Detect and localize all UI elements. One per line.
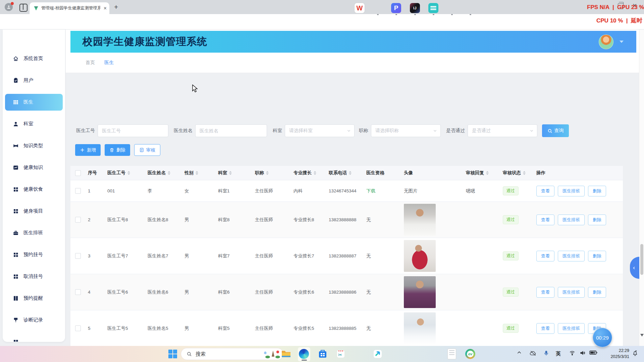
cell-select[interactable] [70,217,85,223]
audit-button[interactable]: 审核 [134,144,160,156]
action-view-button[interactable]: 查看 [536,287,554,298]
add-button[interactable]: 新增 [75,144,101,156]
pass-status-select[interactable]: 是否通过 [468,124,537,137]
breadcrumb-home[interactable]: 首页 [86,60,95,66]
col-specialty[interactable]: 专业擅长 [291,170,326,176]
action-delete-button[interactable]: 删除 [588,287,606,298]
sort-carets[interactable] [349,171,352,175]
sort-carets[interactable] [127,171,130,175]
ev-capture-icon[interactable]: ev [465,349,475,359]
sidebar-item-health-knowledge[interactable]: 健康知识 [3,157,65,178]
action-delete-button[interactable]: 删除 [588,215,606,225]
doctor-photo[interactable] [404,312,436,344]
doctor-name-input[interactable] [195,124,267,137]
user-avatar[interactable] [599,35,613,49]
sidebar-item-diagnosis-record[interactable]: 诊断记录 [3,309,65,331]
browser-tab[interactable]: 管理端-校园学生健康监测管理系统 × [30,2,109,14]
snipping-tool-icon[interactable]: ✂ [336,349,346,359]
sidebar-item-users[interactable]: 用户 [3,69,65,91]
p-app-icon[interactable]: P [391,3,401,13]
col-review-status[interactable]: 审核状态 [500,170,534,176]
taskbar-clock[interactable]: 22:292025/3/31 [602,348,629,360]
col-gender[interactable]: 性别 [182,170,215,176]
doctor-id-input[interactable] [98,124,168,137]
volume-icon[interactable] [579,350,586,356]
breadcrumb-current[interactable]: 医生 [104,60,114,66]
cell-select[interactable] [70,289,85,295]
cell-actions[interactable]: 查看医生排班删除 [534,287,623,298]
action-view-button[interactable]: 查看 [536,186,554,196]
edge-browser-icon[interactable] [299,349,309,359]
new-tab-button[interactable]: + [114,3,118,11]
tab-search-icon[interactable] [19,4,28,12]
cell-actions[interactable]: 查看医生排班删除 [534,251,623,261]
scrollbar-down-arrow[interactable] [640,334,644,337]
action-schedule-button[interactable]: 医生排班 [558,186,585,196]
cloud-off-icon[interactable] [529,350,537,357]
col-doctor-name[interactable]: 医生姓名 [145,170,182,176]
action-view-button[interactable]: 查看 [536,215,554,225]
row-checkbox[interactable] [75,253,81,259]
sidebar-item-appointment[interactable]: 预约挂号 [3,244,65,265]
docs-arrow-app-icon[interactable] [373,349,383,359]
ime-indicator[interactable]: 英 [556,351,561,357]
doctor-photo[interactable] [404,204,436,236]
start-button[interactable] [168,349,178,359]
row-checkbox[interactable] [75,188,81,194]
file-explorer-icon[interactable] [281,349,291,359]
sidebar-item-home[interactable]: 系统首页 [3,48,65,69]
cell-select[interactable] [70,325,85,331]
microsoft-store-icon[interactable] [318,349,328,359]
sidebar-item-partial-item[interactable] [3,331,65,342]
action-schedule-button[interactable]: 医生排班 [558,215,585,225]
action-view-button[interactable]: 查看 [536,323,554,334]
col-phone[interactable]: 联系电话 [326,170,364,176]
sort-carets[interactable] [196,171,198,175]
title-select[interactable]: 请选择职称 [371,124,441,137]
user-menu-chevron-icon[interactable] [620,41,624,43]
action-schedule-button[interactable]: 医生排班 [558,251,585,261]
row-checkbox[interactable] [75,325,81,331]
sidebar-item-cancel-appointment[interactable]: 取消挂号 [3,265,65,287]
microphone-icon[interactable] [543,350,549,356]
scrollbar-thumb[interactable] [640,244,643,275]
page-scrollbar[interactable] [639,29,644,346]
screen-timer[interactable]: 00:29 [593,328,612,347]
cell-select[interactable] [70,253,85,259]
notification-bell-icon[interactable] [632,350,638,356]
sidebar-item-departments[interactable]: 科室 [3,113,65,135]
sort-carets[interactable] [486,171,489,175]
doctor-photo[interactable] [404,276,436,308]
sidebar-item-fitness-program[interactable]: 健身项目 [3,200,65,222]
cell-actions[interactable]: 查看医生排班删除 [534,215,623,225]
sidebar-item-appointment-reminder[interactable]: 预约提醒 [3,287,65,309]
sidebar-item-doctor-schedule[interactable]: 医生排班 [3,222,65,244]
delete-button[interactable]: 删除 [105,144,130,156]
search-button[interactable]: 查询 [542,124,569,137]
action-view-button[interactable]: 查看 [536,251,554,261]
intellij-idea-icon[interactable]: IJ [410,3,420,13]
col-review-reply[interactable]: 审核回复 [463,170,500,176]
select-all-checkbox[interactable] [75,170,81,176]
sidebar-item-doctors[interactable]: 医生 [3,91,65,113]
sidebar-item-healthy-diet[interactable]: 健康饮食 [3,178,65,200]
department-select[interactable]: 请选择科室 [285,124,355,137]
col-doctor-id[interactable]: 医生工号 [105,170,145,176]
wifi-icon[interactable] [569,350,576,356]
row-checkbox[interactable] [75,289,81,295]
cell-select[interactable] [70,188,85,194]
sidebar-item-knowledge-type[interactable]: 知识类型 [3,135,65,157]
sort-carets[interactable] [168,171,170,175]
col-department[interactable]: 科室 [215,170,252,176]
col-title[interactable]: 职称 [252,170,291,176]
qualification-download-link[interactable]: 下载 [366,188,375,193]
tray-chevron-up-icon[interactable] [517,350,522,355]
action-delete-button[interactable]: 删除 [588,186,606,196]
sort-carets[interactable] [229,171,232,175]
sort-carets[interactable] [523,171,526,175]
notes-app-icon[interactable] [428,3,438,13]
wps-office-icon[interactable]: W [355,3,365,13]
text-document-icon[interactable] [447,349,457,359]
row-checkbox[interactable] [75,217,81,223]
battery-icon[interactable] [589,350,597,355]
